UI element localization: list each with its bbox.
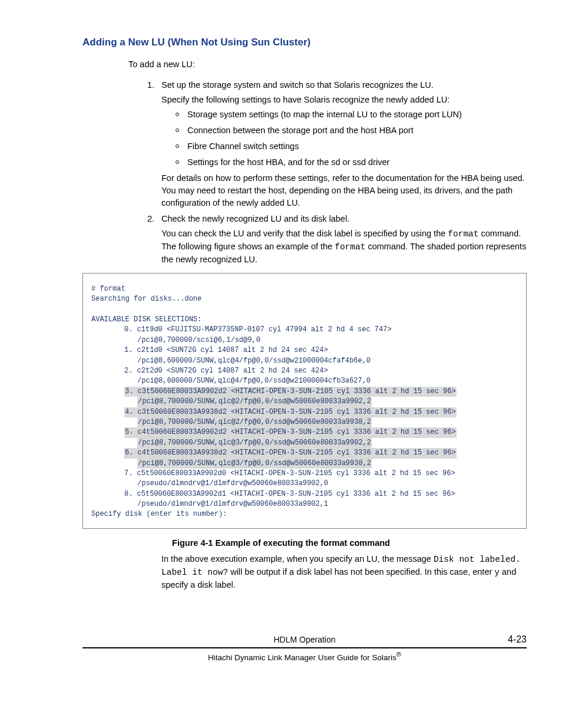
step-1: 1. Set up the storage system and switch … bbox=[147, 79, 527, 209]
after-figure-text: In the above execution example, when you… bbox=[35, 553, 527, 591]
page-number: 4-23 bbox=[336, 633, 527, 646]
footer-guide: Hitachi Dynamic Link Manager User Guide … bbox=[82, 650, 527, 663]
step-number: 1. bbox=[147, 79, 154, 91]
registered-mark: ® bbox=[396, 651, 401, 658]
step-lead: Check the newly recognized LU and its di… bbox=[161, 213, 527, 225]
text-fragment: You can check the LU and verify that the… bbox=[161, 229, 448, 238]
disk-entry-shaded: 3. c3t50060E80033A9902d2 <HITACHI-OPEN-3… bbox=[91, 387, 518, 397]
figure-terminal-output: # format Searching for disks...done AVAI… bbox=[82, 273, 527, 529]
step-paragraph: Specify the following settings to have S… bbox=[161, 94, 527, 106]
text-fragment: In the above execution example, when you… bbox=[161, 554, 434, 564]
code-inline: format bbox=[335, 242, 365, 252]
footer-section: HDLM Operation bbox=[273, 634, 335, 645]
figure-caption: Figure 4-1 Example of executing the form… bbox=[35, 537, 527, 549]
disk-path: /pci@8,600000/SUNW,qlc@4/fp@0,0/ssd@w210… bbox=[91, 356, 518, 366]
disk-path: /pseudo/dlmndrv@1/dlmfdrv@w50060e80033a9… bbox=[91, 499, 518, 509]
disk-path: /pseudo/dlmndrv@1/dlmfdrv@w50060e80033a9… bbox=[91, 479, 518, 489]
section-heading: Adding a New LU (When Not Using Sun Clus… bbox=[35, 35, 527, 50]
term-line: # format bbox=[91, 284, 518, 294]
disk-path-shaded: /pci@8,700000/SUNW,qlc@2/fp@0,0/ssd@w500… bbox=[91, 417, 518, 427]
disk-path: /pci@8,700000/scsi@6,1/sd@9,0 bbox=[91, 335, 518, 345]
text-fragment: will be output if a disk label has not b… bbox=[228, 567, 494, 577]
code-inline: format bbox=[448, 229, 478, 239]
disk-path-shaded: /pci@8,700000/SUNW,qlc@3/fp@0,0/ssd@w500… bbox=[91, 438, 518, 448]
step-2: 2. Check the newly recognized LU and its… bbox=[147, 213, 527, 266]
bullet-item: Settings for the host HBA, and for the s… bbox=[176, 156, 527, 169]
disk-path-shaded: /pci@8,700000/SUNW,qlc@3/fp@0,0/ssd@w500… bbox=[91, 459, 518, 469]
bullet-item: Storage system settings (to map the inte… bbox=[176, 108, 527, 121]
disk-entry: 2. c2t2d0 <SUN72G cyl 14087 alt 2 hd 24 … bbox=[91, 366, 518, 376]
code-inline: y bbox=[494, 568, 500, 577]
disk-entry-shaded: 4. c3t50060E80033A9938d2 <HITACHI-OPEN-3… bbox=[91, 407, 518, 417]
disk-path-shaded: /pci@8,700000/SUNW,qlc@2/fp@0,0/ssd@w500… bbox=[91, 397, 518, 407]
disk-entry: 0. c1t9d0 <FUJITSU-MAP3735NP-0107 cyl 47… bbox=[91, 325, 518, 335]
term-line: Specify disk (enter its number): bbox=[91, 509, 518, 519]
disk-path: /pci@8,600000/SUNW,qlc@4/fp@0,0/ssd@w210… bbox=[91, 376, 518, 386]
step-lead: Set up the storage system and switch so … bbox=[161, 79, 527, 91]
step-tail: For details on how to perform these sett… bbox=[161, 172, 527, 209]
term-blank bbox=[91, 305, 518, 315]
disk-entry-shaded: 5. c4t50060E80033A9902d2 <HITACHI-OPEN-3… bbox=[91, 427, 518, 437]
step-number: 2. bbox=[147, 213, 154, 225]
bullet-item: Fibre Channel switch settings bbox=[176, 140, 527, 153]
intro-text: To add a new LU: bbox=[35, 58, 527, 71]
bullet-item: Connection between the storage port and … bbox=[176, 124, 527, 137]
disk-entry-shaded: 6. c4t50060E80033A9938d2 <HITACHI-OPEN-3… bbox=[91, 448, 518, 458]
disk-entry: 8. c5t50060E80033A9902d1 <HITACHI-OPEN-3… bbox=[91, 489, 518, 499]
term-line: Searching for disks...done bbox=[91, 294, 518, 304]
page-footer: HDLM Operation 4-23 Hitachi Dynamic Link… bbox=[35, 633, 527, 663]
disk-entry: 7. c5t50060E80033A9902d0 <HITACHI-OPEN-3… bbox=[91, 469, 518, 479]
sub-bullets: Storage system settings (to map the inte… bbox=[161, 108, 527, 169]
disk-entry: 1. c2t1d0 <SUN72G cyl 14087 alt 2 hd 24 … bbox=[91, 345, 518, 355]
steps-list: 1. Set up the storage system and switch … bbox=[35, 79, 527, 266]
term-line: AVAILABLE DISK SELECTIONS: bbox=[91, 315, 518, 325]
step-paragraph: You can check the LU and verify that the… bbox=[161, 228, 527, 266]
